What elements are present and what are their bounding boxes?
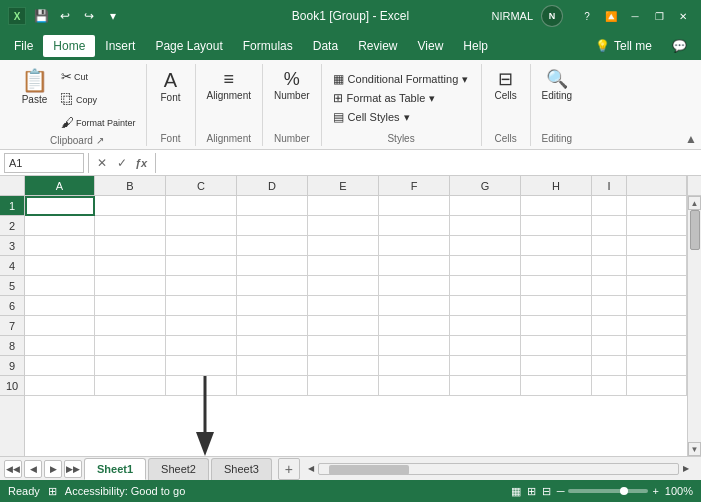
undo-btn[interactable]: ↩ [56,7,74,25]
cell-c1[interactable] [166,196,237,216]
cell-a1[interactable] [25,196,95,216]
menu-review[interactable]: Review [348,35,407,57]
ribbon-collapse-btn[interactable]: ▲ [685,132,697,146]
zoom-thumb[interactable] [620,487,628,495]
cell-a2[interactable] [25,216,95,236]
col-header-f[interactable]: F [379,176,450,195]
cell-d7[interactable] [237,316,308,336]
cell-h4[interactable] [521,256,592,276]
menu-file[interactable]: File [4,35,43,57]
cell-b6[interactable] [95,296,166,316]
scroll-thumb[interactable] [690,210,700,250]
cell-h7[interactable] [521,316,592,336]
close-btn[interactable]: ✕ [673,6,693,26]
cell-b7[interactable] [95,316,166,336]
cell-b2[interactable] [95,216,166,236]
name-box[interactable] [4,153,84,173]
cell-d9[interactable] [237,356,308,376]
cell-g1[interactable] [450,196,521,216]
cell-g2[interactable] [450,216,521,236]
cell-h8[interactable] [521,336,592,356]
cell-d1[interactable] [237,196,308,216]
save-quick-btn[interactable]: 💾 [32,7,50,25]
format-table-button[interactable]: ⊞ Format as Table ▾ [328,89,441,107]
normal-view-btn[interactable]: ▦ [511,485,521,498]
zoom-in-btn[interactable]: + [652,485,658,497]
formula-cancel-btn[interactable]: ✕ [93,154,111,172]
cell-d6[interactable] [237,296,308,316]
cell-f1[interactable] [379,196,450,216]
cell-d5[interactable] [237,276,308,296]
zoom-out-btn[interactable]: ─ [557,485,565,497]
h-scroll-track[interactable] [318,463,679,475]
cell-d2[interactable] [237,216,308,236]
cell-i4[interactable] [592,256,627,276]
editing-button[interactable]: 🔍 Editing [537,66,578,105]
cell-i5[interactable] [592,276,627,296]
cell-d8[interactable] [237,336,308,356]
sheet-tab-sheet3[interactable]: Sheet3 [211,458,272,480]
menu-home[interactable]: Home [43,35,95,57]
h-scroll-left-btn[interactable]: ◀ [304,462,318,476]
cell-f8[interactable] [379,336,450,356]
cell-g9[interactable] [450,356,521,376]
minimize-btn[interactable]: ─ [625,6,645,26]
ribbon-toggle[interactable]: 🔼 [601,6,621,26]
copy-button[interactable]: ⿻ Copy [57,89,140,110]
row-num-6[interactable]: 6 [0,296,24,316]
cell-d4[interactable] [237,256,308,276]
cell-f5[interactable] [379,276,450,296]
cell-f3[interactable] [379,236,450,256]
cell-a5[interactable] [25,276,95,296]
sheet-tab-sheet2[interactable]: Sheet2 [148,458,209,480]
row-num-7[interactable]: 7 [0,316,24,336]
menu-data[interactable]: Data [303,35,348,57]
cell-c9[interactable] [166,356,237,376]
cell-h9[interactable] [521,356,592,376]
cell-d3[interactable] [237,236,308,256]
cell-b8[interactable] [95,336,166,356]
cell-c8[interactable] [166,336,237,356]
cell-e5[interactable] [308,276,379,296]
h-scroll-right-btn[interactable]: ▶ [679,462,693,476]
cell-b9[interactable] [95,356,166,376]
scroll-down-btn[interactable]: ▼ [688,442,701,456]
cell-i7[interactable] [592,316,627,336]
cell-g4[interactable] [450,256,521,276]
user-avatar[interactable]: N [541,5,563,27]
menu-page-layout[interactable]: Page Layout [145,35,232,57]
redo-btn[interactable]: ↪ [80,7,98,25]
cell-e6[interactable] [308,296,379,316]
cell-i1[interactable] [592,196,627,216]
cell-a8[interactable] [25,336,95,356]
cell-e10[interactable] [308,376,379,396]
cell-a10[interactable] [25,376,95,396]
format-painter-button[interactable]: 🖌 Format Painter [57,112,140,133]
customize-quick-access[interactable]: ▾ [104,7,122,25]
cell-i8[interactable] [592,336,627,356]
cell-b10[interactable] [95,376,166,396]
fx-button[interactable]: ƒx [131,157,151,169]
cell-a4[interactable] [25,256,95,276]
cell-i9[interactable] [592,356,627,376]
row-num-10[interactable]: 10 [0,376,24,396]
cell-f6[interactable] [379,296,450,316]
sheet-nav-prev[interactable]: ◀ [24,460,42,478]
formula-input[interactable] [160,153,697,173]
row-num-4[interactable]: 4 [0,256,24,276]
menu-view[interactable]: View [408,35,454,57]
cell-c4[interactable] [166,256,237,276]
cell-e1[interactable] [308,196,379,216]
cell-a9[interactable] [25,356,95,376]
cell-i6[interactable] [592,296,627,316]
sheet-nav-next[interactable]: ▶ [44,460,62,478]
tell-me-btn[interactable]: 💡 Tell me [585,35,662,57]
col-header-a[interactable]: A [25,176,95,195]
cell-f10[interactable] [379,376,450,396]
cell-g6[interactable] [450,296,521,316]
comments-btn[interactable]: 💬 [662,35,697,57]
cell-c6[interactable] [166,296,237,316]
cell-e4[interactable] [308,256,379,276]
cell-e3[interactable] [308,236,379,256]
cell-f4[interactable] [379,256,450,276]
